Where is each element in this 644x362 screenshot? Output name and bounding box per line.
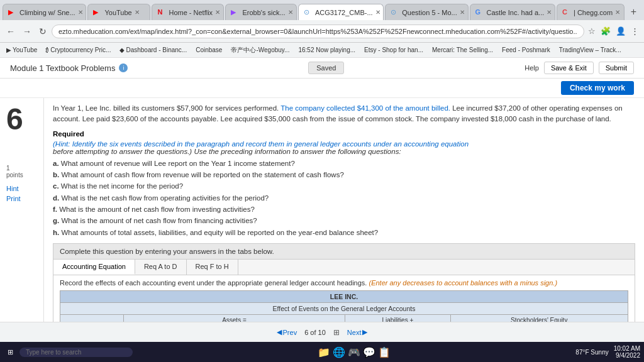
question-body: In Year 1, Lee Inc. billed its customers… [53,103,635,125]
tab-instruction: Record the effects of each accounting ev… [60,279,628,287]
sub-questions-list: a. What amount of revenue will Lee repor… [53,158,635,239]
bookmark-poshmark[interactable]: Feed - Poshmark [499,46,553,54]
pagination-bar: ◀ Prev 6 of 10 ⊞ Next ▶ [0,322,644,342]
bookmark-wegobuy[interactable]: 帝产中心-Wegobuy... [228,45,292,55]
tab-label-question5: Question 5 - Mo... [402,9,457,16]
tab-close-acg[interactable]: ✕ [375,9,380,16]
start-button[interactable]: ⊞ [4,347,17,358]
clock-date: 9/4/2022 [614,352,640,359]
tab-close-erobb[interactable]: ✕ [288,9,293,16]
tab-question5[interactable]: ⊙ Question 5 - Mo... ✕ [385,4,468,20]
bookmark-mercari[interactable]: Mercari: The Selling... [430,46,496,54]
points-value: 1 [6,165,23,172]
page-indicator: 6 of 10 [304,329,326,336]
save-button[interactable]: Saved [308,62,344,74]
next-button[interactable]: Next ▶ [347,328,368,336]
bookmark-tradingview[interactable]: TradingView – Track... [557,46,624,54]
prev-icon: ◀ [277,328,282,336]
tab-accounting-equation[interactable]: Accounting Equation [53,260,135,275]
tab-favicon-netflix: N [157,8,166,17]
bookmark-crypto[interactable]: ₿ Cryptocurrency Pric... [43,46,113,54]
tab-label-climbing: Climbing w/ Sne... [19,9,75,16]
next-icon: ▶ [362,328,367,336]
tab-content-area: Record the effects of each accounting ev… [53,275,635,322]
tab-favicon-acg: ⊙ [304,8,313,17]
tab-favicon-erobb: ▶ [231,8,240,17]
tab-youtube[interactable]: ▶ YouTube ✕ [87,4,150,20]
tab-close-chegg[interactable]: ✕ [615,9,620,16]
tab-label-erobb: Erobb's sick... [242,9,285,16]
general-ledger-table: LEE INC. Effect of Events on the General… [60,290,628,322]
bookmark-youtube-icon: ▶ [6,47,11,53]
chrome-icon[interactable]: 🌐 [333,346,345,358]
profile-button[interactable]: 👤 [614,25,627,37]
tab-acg[interactable]: ⊙ ACG3172_CMB-... ✕ [298,4,384,20]
bookmark-star-button[interactable]: ☆ [587,25,597,37]
clock-time: 10:02 AM [614,345,640,352]
hint-link[interactable]: Hint [6,185,21,192]
tab-netflix[interactable]: N Home - Netflix ✕ [152,4,224,20]
extensions-button[interactable]: 🧩 [599,25,612,37]
tab-req-f-to-h[interactable]: Req F to H [187,260,238,275]
grid-icon[interactable]: ⊞ [333,328,340,337]
bookmark-coinbase[interactable]: Coinbase [193,46,225,54]
windows-icon: ⊞ [8,348,13,356]
address-bar[interactable] [52,25,584,38]
tab-req-a-to-d[interactable]: Req A to D [135,260,187,275]
tab-section-header: Complete this question by entering your … [53,244,635,260]
assets-header: Assets = [123,315,345,322]
save-exit-button[interactable]: Save & Exit [544,62,594,74]
tab-section: Complete this question by entering your … [53,243,635,322]
tab-close-climbing[interactable]: ✕ [78,9,83,16]
table-subtitle: Effect of Events on the General Ledger A… [60,303,628,315]
taskbar-search[interactable] [19,348,133,357]
event-header: Event [60,315,124,322]
prev-button[interactable]: ◀ Prev [277,328,297,336]
reload-button[interactable]: ↻ [36,25,49,38]
sub-question-h: h. What amounts of total assets, liabili… [53,227,635,238]
help-link[interactable]: Help [525,64,539,72]
tab-favicon-chegg: C [562,8,571,17]
sub-question-b: b. What amount of cash flow from revenue… [53,169,635,180]
new-tab-button[interactable]: + [626,4,641,20]
liabilities-header: Liabilities + [345,315,450,322]
bookmark-nowplaying[interactable]: 16:52 Now playing... [296,46,358,54]
required-label: Required [53,130,635,138]
sub-question-g: g. What is the amount of net cash flow f… [53,215,635,226]
tab-close-netflix[interactable]: ✕ [215,9,220,16]
steam-icon[interactable]: 🎮 [348,346,360,358]
sub-question-a: a. What amount of revenue will Lee repor… [53,158,635,169]
check-my-work-button[interactable]: Check my work [561,81,634,95]
tab-label-youtube: YouTube [104,9,131,16]
table-title: LEE INC. [60,291,628,303]
print-link[interactable]: Print [6,195,21,202]
file-explorer-icon[interactable]: 📁 [318,346,330,358]
menu-button[interactable]: ⋮ [630,25,640,37]
bookmark-binance[interactable]: ◆ Dashboard - Binanc... [117,46,189,54]
tab-favicon-youtube: ▶ [93,8,102,17]
tab-erobb[interactable]: ▶ Erobb's sick... ✕ [225,4,296,20]
back-button[interactable]: ← [4,25,18,38]
info-icon[interactable]: i [119,63,128,72]
tab-label-chegg: | Chegg.com [574,9,613,16]
question-number: 6 [6,104,23,134]
tab-close-castle[interactable]: ✕ [547,9,552,16]
tabs-row: Accounting Equation Req A to D Req F to … [53,260,635,275]
forward-button[interactable]: → [20,25,34,38]
tab-castle[interactable]: G Castle Inc. had a... ✕ [470,4,555,20]
bookmark-etsy[interactable]: Etsy - Shop for han... [362,46,426,54]
weather-info: 87°F Sunny [575,349,608,356]
submit-button[interactable]: Submit [599,62,634,74]
sub-question-f: f. What is the amount of net cash flow f… [53,204,635,215]
tab-favicon-castle: G [475,8,484,17]
tab-close-question5[interactable]: ✕ [460,9,465,16]
app-icon[interactable]: 📋 [378,346,391,358]
bookmark-binance-icon: ◆ [119,47,125,53]
tab-label-acg: ACG3172_CMB-... [315,9,373,16]
tab-climbing[interactable]: ▶ Climbing w/ Sne... ✕ [3,4,86,20]
discord-icon[interactable]: 💬 [363,346,375,358]
tab-close-youtube[interactable]: ✕ [135,9,140,16]
points-label: points [6,172,23,178]
bookmark-youtube[interactable]: ▶ YouTube [4,46,40,54]
tab-chegg[interactable]: C | Chegg.com ✕ [557,4,625,20]
